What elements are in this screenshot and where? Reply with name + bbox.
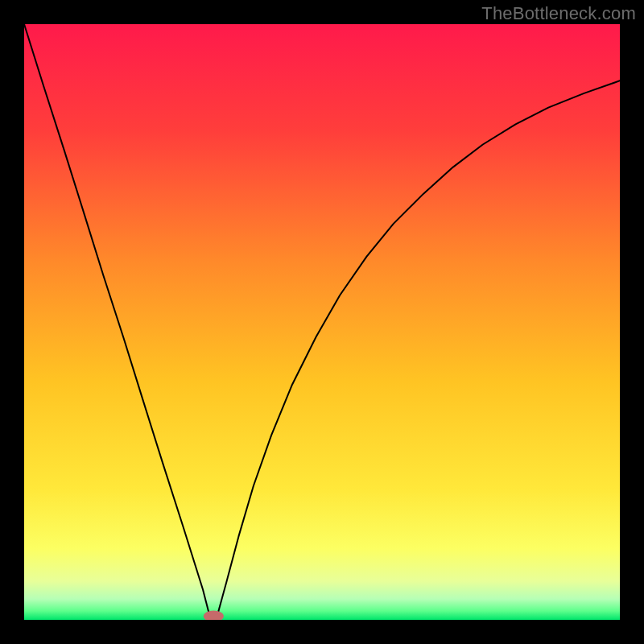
- gradient-background: [24, 24, 620, 620]
- watermark-text: TheBottleneck.com: [481, 3, 636, 24]
- plot-area: [24, 24, 620, 620]
- chart-frame: TheBottleneck.com: [0, 0, 644, 644]
- chart-svg: [24, 24, 620, 620]
